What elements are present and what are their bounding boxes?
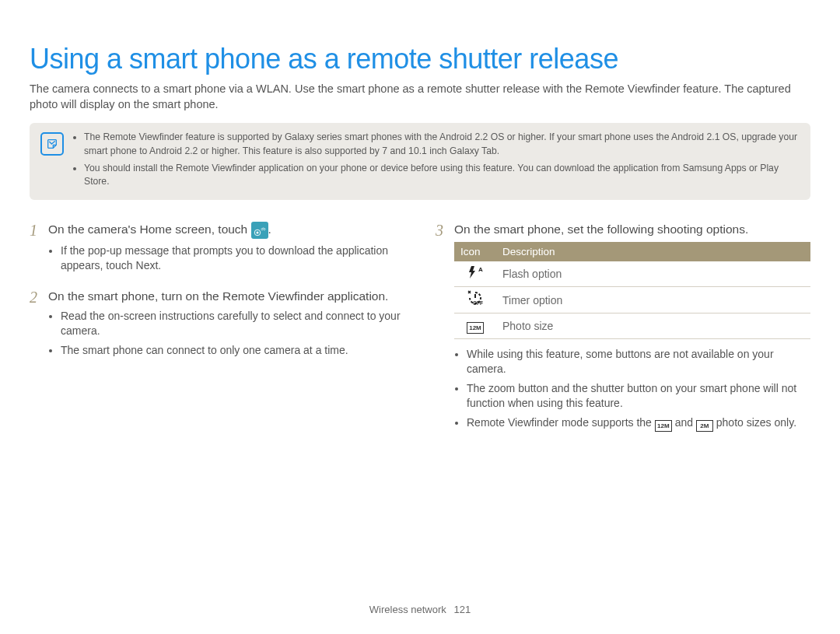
manual-page: Using a smart phone as a remote shutter … — [0, 0, 840, 634]
step-text-part: . — [268, 222, 271, 236]
table-row: 12M Photo size — [454, 313, 810, 339]
page-footer: Wireless network 121 — [0, 604, 840, 615]
step-number: 1 — [30, 222, 44, 278]
svg-text:A: A — [478, 266, 483, 273]
step-1: 1 On the camera's Home screen, touch — [30, 222, 404, 278]
text-fragment: and — [672, 416, 696, 429]
table-row: A Flash option — [454, 261, 810, 287]
step-sub-item: Read the on-screen instructions carefull… — [61, 309, 404, 338]
footer-section: Wireless network — [369, 604, 446, 615]
right-column: 3 On the smart phone, set the following … — [436, 222, 810, 448]
step-text: On the smart phone, turn on the Remote V… — [48, 289, 404, 304]
step-sub-item: Remote Viewfinder mode supports the 12M … — [467, 415, 810, 433]
step-sub-item: The zoom button and the shutter button o… — [467, 381, 810, 411]
text-fragment: photo sizes only. — [713, 416, 796, 429]
step-sub-item: The smart phone can connect to only one … — [61, 343, 404, 358]
text-fragment: Remote Viewfinder mode supports the — [467, 416, 655, 429]
timer-off-icon: OFF — [467, 292, 484, 304]
step-text: On the camera's Home screen, touch . — [48, 222, 404, 239]
intro-paragraph: The camera connects to a smart phone via… — [30, 82, 810, 112]
photo-size-12m-icon: 12M — [655, 420, 672, 432]
step-3: 3 On the smart phone, set the following … — [436, 222, 810, 437]
step-number: 2 — [30, 289, 44, 363]
page-number: 121 — [453, 604, 471, 615]
text-bold: Next — [136, 259, 159, 271]
left-column: 1 On the camera's Home screen, touch — [30, 222, 404, 448]
flash-auto-icon: A — [467, 266, 484, 278]
step-text-part: On the camera's Home screen, touch — [48, 222, 251, 236]
note-item: The Remote Viewfinder feature is support… — [84, 131, 800, 158]
remote-viewfinder-app-icon — [251, 222, 268, 239]
table-cell-description: Timer option — [496, 287, 810, 313]
step-text: On the smart phone, set the following sh… — [454, 222, 810, 237]
step-sub-item: If the pop-up message that prompts you t… — [61, 243, 404, 273]
note-icon — [40, 132, 64, 156]
shooting-options-table: Icon Description A — [454, 242, 810, 339]
note-item: You should install the Remote Viewfinder… — [84, 162, 800, 189]
note-callout: The Remote Viewfinder feature is support… — [30, 123, 810, 200]
table-cell-description: Flash option — [496, 261, 810, 287]
text-fragment: If the pop-up message that prompts you t… — [61, 244, 388, 271]
svg-text:OFF: OFF — [473, 300, 483, 306]
text-fragment: . — [158, 259, 161, 271]
step-number: 3 — [436, 222, 450, 437]
note-list: The Remote Viewfinder feature is support… — [73, 131, 800, 192]
step-2: 2 On the smart phone, turn on the Remote… — [30, 289, 404, 363]
page-title: Using a smart phone as a remote shutter … — [30, 43, 810, 75]
photo-size-2m-icon: 2M — [696, 420, 713, 432]
step-sub-item: While using this feature, some buttons a… — [467, 347, 810, 377]
table-header-icon: Icon — [454, 242, 496, 261]
table-cell-description: Photo size — [496, 313, 810, 339]
table-row: OFF Timer option — [454, 287, 810, 313]
table-header-description: Description — [496, 242, 810, 261]
photo-size-icon: 12M — [467, 322, 484, 334]
svg-point-2 — [256, 231, 258, 233]
